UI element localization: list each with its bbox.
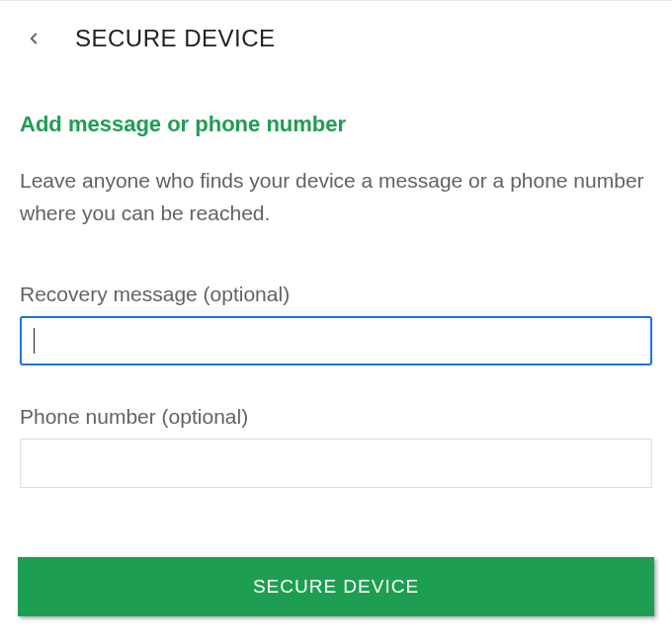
section-heading: Add message or phone number <box>20 112 652 137</box>
phone-number-input[interactable] <box>20 439 652 488</box>
secure-device-screen: SECURE DEVICE Add message or phone numbe… <box>0 0 672 616</box>
phone-number-group: Phone number (optional) <box>20 405 652 488</box>
topbar: SECURE DEVICE <box>0 0 672 72</box>
secure-device-button[interactable]: SECURE DEVICE <box>18 557 654 616</box>
page-title: SECURE DEVICE <box>75 25 276 52</box>
phone-number-label: Phone number (optional) <box>20 405 652 429</box>
content-area: Add message or phone number Leave anyone… <box>0 72 672 488</box>
back-icon[interactable] <box>20 25 47 52</box>
recovery-message-group: Recovery message (optional) <box>20 282 652 365</box>
recovery-message-input[interactable] <box>20 316 652 365</box>
text-cursor <box>34 328 35 354</box>
action-row: SECURE DEVICE <box>0 527 672 616</box>
section-description: Leave anyone who finds your device a mes… <box>20 165 652 229</box>
recovery-message-label: Recovery message (optional) <box>20 282 652 306</box>
